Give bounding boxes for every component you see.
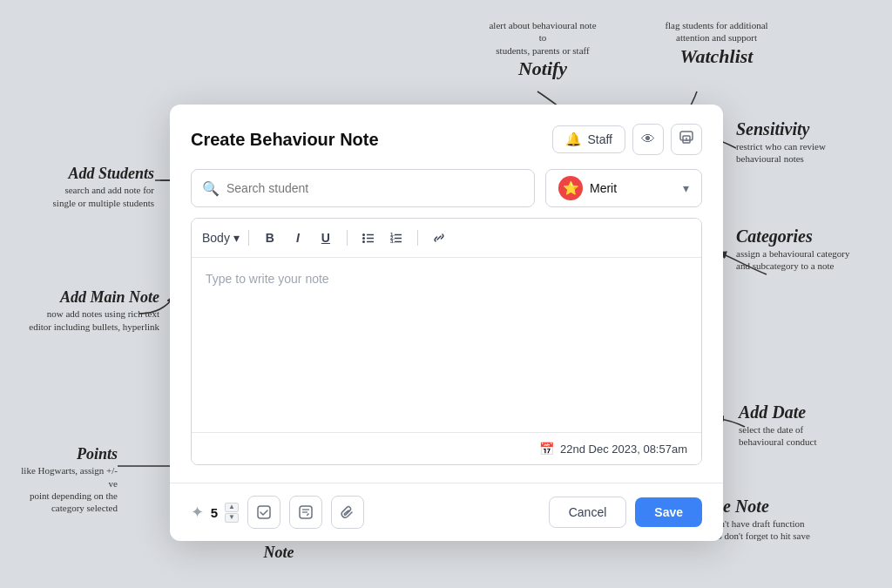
attachment-button[interactable] — [331, 496, 364, 529]
watchlist-annotation: flag students for additional attention a… — [653, 19, 780, 69]
search-icon: 🔍 — [202, 180, 220, 197]
toolbar-body-dropdown[interactable]: Body ▾ — [202, 231, 240, 245]
points-decrement-button[interactable]: ▼ — [225, 513, 239, 523]
points-star-icon: ✦ — [191, 503, 204, 522]
svg-text:3.: 3. — [390, 239, 395, 244]
notify-annotation: alert about behavioural note to students… — [486, 19, 599, 81]
search-student-input[interactable] — [226, 181, 524, 195]
toolbar-chevron-icon: ▾ — [233, 231, 240, 245]
modal-footer: ✦ 5 ▲ ▼ Cancel Save — [170, 483, 723, 541]
svg-point-5 — [362, 237, 365, 240]
modal-dialog: Create Behaviour Note 🔔 Staff 👁 — [170, 105, 723, 541]
add-date-annotation: Add Date select the date of behavioural … — [739, 401, 876, 449]
date-value: 22nd Dec 2023, 08:57am — [560, 443, 687, 456]
toolbar-divider-3 — [417, 230, 418, 246]
modal-header-actions: 🔔 Staff 👁 — [552, 124, 702, 155]
toolbar-divider-1 — [248, 230, 249, 246]
points-increment-button[interactable]: ▲ — [225, 503, 239, 512]
categories-annotation: Categories assign a behavioural category… — [736, 225, 882, 273]
svg-point-3 — [362, 233, 365, 236]
points-stepper: ▲ ▼ — [225, 503, 239, 523]
chevron-down-icon: ▾ — [683, 181, 689, 195]
search-category-row: 🔍 ⭐ Merit ▾ — [191, 169, 702, 207]
date-display[interactable]: 📅 22nd Dec 2023, 08:57am — [539, 442, 687, 456]
category-dropdown[interactable]: ⭐ Merit ▾ — [545, 169, 702, 207]
add-students-annotation: Add Students search and add note for sin… — [19, 164, 154, 209]
save-note-annotation: Save Note we don't have draft function y… — [697, 495, 875, 543]
points-annotation: Points like Hogwarts, assign +/-ve point… — [17, 444, 118, 515]
calendar-icon: 📅 — [539, 442, 554, 456]
save-button[interactable]: Save — [635, 497, 702, 527]
search-input-wrapper[interactable]: 🔍 — [191, 169, 535, 207]
modal-header: Create Behaviour Note 🔔 Staff 👁 — [170, 105, 723, 169]
bold-button[interactable]: B — [258, 226, 282, 250]
editor-container: Body ▾ B I U 1.2.3. Ty — [191, 218, 702, 465]
sensitivity-annotation: Sensitivity restrict who can review beha… — [736, 118, 875, 166]
points-control: ✦ 5 ▲ ▼ — [191, 503, 239, 523]
bullet-list-button[interactable] — [356, 226, 381, 250]
shield-icon — [679, 130, 694, 149]
editor-toolbar: Body ▾ B I U 1.2.3. — [192, 219, 701, 258]
editor-placeholder: Type to write your note — [206, 272, 329, 286]
merit-star-icon: ⭐ — [558, 176, 583, 200]
notify-label: Staff — [587, 132, 612, 146]
svg-rect-15 — [258, 506, 270, 518]
cancel-button[interactable]: Cancel — [549, 497, 627, 528]
action-button[interactable] — [247, 496, 280, 529]
svg-point-7 — [362, 240, 365, 243]
sensitivity-button[interactable] — [671, 124, 702, 155]
link-button[interactable] — [427, 226, 451, 250]
toolbar-divider-2 — [347, 230, 348, 246]
eye-icon: 👁 — [641, 132, 655, 147]
date-row: 📅 22nd Dec 2023, 08:57am — [192, 432, 701, 464]
italic-button[interactable]: I — [286, 226, 310, 250]
bell-icon: 🔔 — [565, 132, 582, 147]
add-main-note-annotation: Add Main Note now add notes using rich t… — [16, 287, 159, 333]
underline-button[interactable]: U — [314, 226, 338, 250]
watchlist-button[interactable]: 👁 — [632, 124, 664, 155]
modal-body: 🔍 ⭐ Merit ▾ Body ▾ B I U — [170, 169, 723, 483]
additional-note-button[interactable] — [289, 496, 322, 529]
editor-content[interactable]: Type to write your note — [192, 258, 701, 432]
body-label: Body — [202, 231, 230, 245]
notify-button[interactable]: 🔔 Staff — [552, 125, 625, 153]
points-value: 5 — [207, 505, 221, 520]
numbered-list-button[interactable]: 1.2.3. — [384, 226, 409, 250]
category-label: Merit — [590, 181, 617, 195]
modal-title: Create Behaviour Note — [191, 130, 379, 150]
